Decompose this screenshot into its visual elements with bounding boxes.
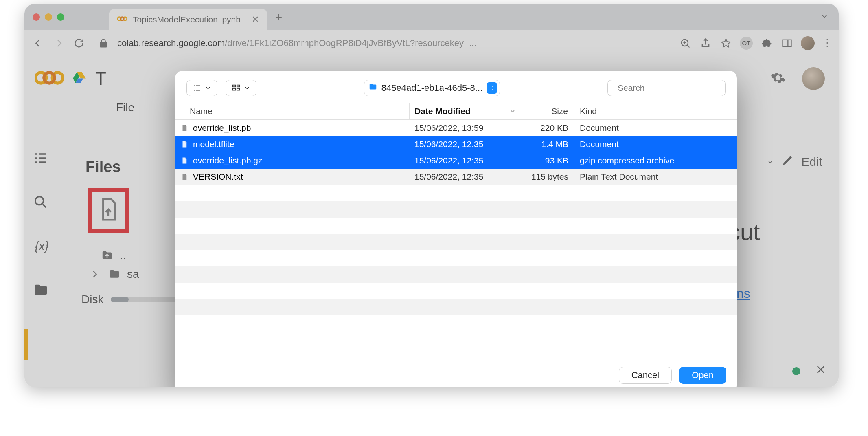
file-icon <box>179 123 190 132</box>
file-row <box>175 299 737 315</box>
search-field[interactable] <box>607 80 726 96</box>
file-row <box>175 185 737 201</box>
file-list: override_list.pb15/06/2022, 13:59220 KBD… <box>175 120 737 360</box>
folder-name: 845e4ad1-eb1a-46d5-8... <box>381 83 482 93</box>
file-icon <box>179 140 190 149</box>
file-date: 15/06/2022, 12:35 <box>410 172 522 182</box>
file-kind: Plain Text Document <box>574 172 737 182</box>
file-size: 220 KB <box>522 123 574 133</box>
folder-path-selector[interactable]: 845e4ad1-eb1a-46d5-8... <box>364 80 500 96</box>
col-size[interactable]: Size <box>522 103 574 119</box>
search-input[interactable] <box>618 83 724 93</box>
column-headers: Name Date Modified Size Kind <box>175 103 737 120</box>
sort-chevron-icon <box>509 108 516 115</box>
cancel-button[interactable]: Cancel <box>619 367 672 384</box>
file-row <box>175 218 737 234</box>
file-date: 15/06/2022, 12:35 <box>410 156 522 165</box>
file-name: override_list.pb.gz <box>193 156 410 165</box>
file-kind: Document <box>574 123 737 133</box>
chevron-down-icon <box>244 85 250 91</box>
file-date: 15/06/2022, 13:59 <box>410 123 522 133</box>
folder-icon <box>368 82 377 94</box>
col-name[interactable]: Name <box>190 103 410 119</box>
file-row <box>175 201 737 218</box>
file-date: 15/06/2022, 12:35 <box>410 139 522 149</box>
file-size: 93 KB <box>522 156 574 165</box>
file-kind: gzip compressed archive <box>574 156 737 165</box>
chevron-down-icon <box>205 85 211 91</box>
file-row <box>175 250 737 266</box>
col-date-modified[interactable]: Date Modified <box>410 103 522 119</box>
file-name: VERSION.txt <box>193 172 410 182</box>
col-kind[interactable]: Kind <box>574 103 737 119</box>
file-name: model.tflite <box>193 139 410 149</box>
list-icon <box>193 84 202 92</box>
file-row[interactable]: model.tflite15/06/2022, 12:351.4 MBDocum… <box>175 136 737 152</box>
file-open-dialog: 845e4ad1-eb1a-46d5-8... Name Date Modifi… <box>175 71 737 387</box>
file-row[interactable]: override_list.pb15/06/2022, 13:59220 KBD… <box>175 120 737 136</box>
open-button[interactable]: Open <box>679 367 726 384</box>
file-kind: Document <box>574 139 737 149</box>
file-row <box>175 266 737 283</box>
file-icon <box>179 172 190 181</box>
file-icon <box>179 156 190 165</box>
file-name: override_list.pb <box>193 123 410 133</box>
path-stepper-icon[interactable] <box>487 82 497 94</box>
file-size: 1.4 MB <box>522 139 574 149</box>
file-size: 115 bytes <box>522 172 574 182</box>
grid-icon <box>232 84 241 92</box>
file-row <box>175 234 737 250</box>
list-view-button[interactable] <box>186 80 217 96</box>
file-row[interactable]: VERSION.txt15/06/2022, 12:35115 bytesPla… <box>175 169 737 185</box>
icon-view-button[interactable] <box>226 80 256 96</box>
file-row <box>175 283 737 299</box>
file-row[interactable]: override_list.pb.gz15/06/2022, 12:3593 K… <box>175 152 737 169</box>
